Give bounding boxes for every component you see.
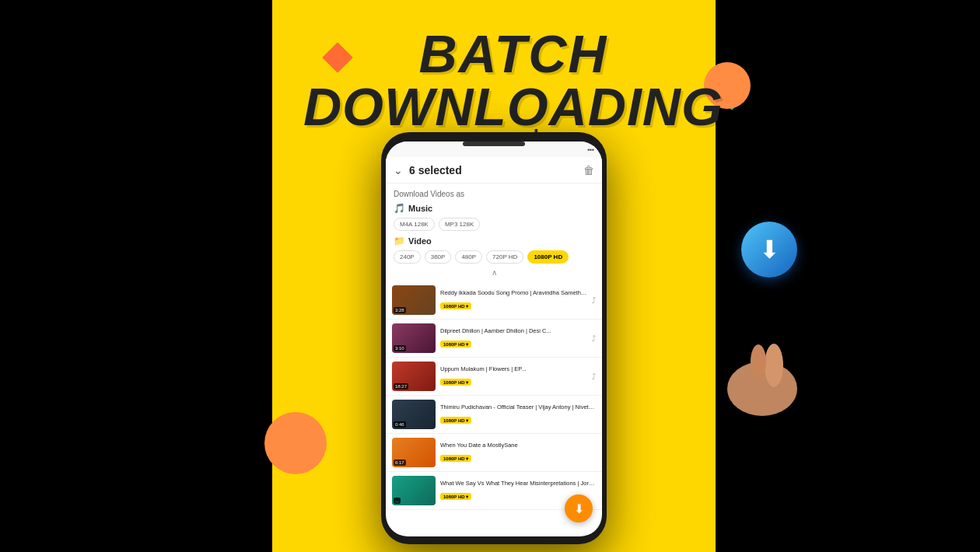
video-duration-6: ...: [394, 498, 401, 504]
video-duration-4: 0:46: [394, 421, 406, 428]
video-folder-icon: 📁: [394, 236, 405, 246]
scene: + BATCH DOWNLOADING ⬇ ▪▪▪ ⌄ 6 selec: [0, 0, 980, 552]
video-thumb-2: 3:10: [392, 323, 436, 353]
video-duration-5: 6:17: [394, 459, 406, 466]
download-fab-button[interactable]: ⬇: [565, 494, 593, 522]
battery-icon: ▪▪▪: [587, 146, 594, 153]
title-block: BATCH DOWNLOADING: [303, 27, 723, 133]
video-category-row: 📁 Video: [394, 236, 594, 246]
video-options: 240P 360P 480P 720P HD 1080P HD: [394, 250, 594, 264]
video-info-3: Uppum Mulakum | Flowers | EP... 1080P HD…: [440, 365, 587, 387]
quality-badge-4[interactable]: 1080P HD ▾: [440, 417, 471, 424]
quality-badge-5[interactable]: 1080P HD ▾: [440, 455, 471, 462]
video-title-2: Dilpreet Dhillon | Aamber Dhillon | Desi…: [440, 327, 587, 335]
video-thumb-3: 18:27: [392, 362, 436, 391]
music-icon: 🎵: [394, 203, 405, 214]
title-line2: DOWNLOADING: [303, 80, 723, 133]
top-bar: ⌄ 6 selected 🗑: [386, 157, 602, 183]
video-option-480p[interactable]: 480P: [455, 250, 482, 264]
video-label: Video: [408, 236, 432, 246]
video-option-720p[interactable]: 720P HD: [486, 250, 523, 264]
share-icon-2[interactable]: ⤴: [592, 334, 596, 343]
video-item-5: 6:17 When You Date a MostlySane 1080P HD…: [386, 434, 602, 472]
svg-point-1: [765, 344, 783, 387]
music-category-row: 🎵 Music: [394, 203, 594, 214]
collapse-arrow[interactable]: ∧: [394, 268, 594, 277]
quality-badge-1[interactable]: 1080P HD ▾: [440, 302, 471, 309]
video-option-360p[interactable]: 360P: [425, 250, 452, 264]
phone-body: ▪▪▪ ⌄ 6 selected 🗑 Download Videos as 🎵: [381, 132, 607, 544]
video-info-4: Thimiru Pudichavan - Official Teaser | V…: [440, 404, 596, 425]
phone-notch: [463, 141, 525, 146]
video-duration-3: 18:27: [394, 383, 408, 390]
video-item-4: 0:46 Thimiru Pudichavan - Official Tease…: [386, 396, 602, 434]
video-list: 3:28 Reddy Ikkada Soodu Song Promo | Ara…: [386, 281, 602, 510]
video-option-1080p[interactable]: 1080P HD: [527, 250, 569, 264]
download-section-title: Download Videos as: [394, 190, 594, 198]
video-option-240p[interactable]: 240P: [394, 250, 421, 264]
selected-count-label: 6 selected: [409, 164, 583, 176]
share-icon-3[interactable]: ⤴: [592, 372, 596, 381]
music-option-mp3[interactable]: MP3 128K: [439, 218, 480, 231]
quality-badge-3[interactable]: 1080P HD ▾: [440, 379, 471, 386]
music-label: Music: [408, 204, 432, 213]
download-section: Download Videos as 🎵 Music M4A 128K MP3 …: [386, 183, 602, 281]
hand-overlay: [716, 338, 809, 416]
video-title-4: Thimiru Pudichavan - Official Teaser | V…: [440, 404, 596, 411]
video-info-2: Dilpreet Dhillon | Aamber Dhillon | Desi…: [440, 327, 587, 349]
video-title-1: Reddy Ikkada Soodu Song Promo | Aravindh…: [440, 289, 587, 297]
video-duration-2: 3:10: [394, 345, 406, 351]
video-item-1: 3:28 Reddy Ikkada Soodu Song Promo | Ara…: [386, 281, 602, 320]
video-title-3: Uppum Mulakum | Flowers | EP...: [440, 365, 587, 373]
video-item-2: 3:10 Dilpreet Dhillon | Aamber Dhillon |…: [386, 320, 602, 358]
video-thumb-1: 3:28: [392, 285, 436, 315]
music-option-m4a[interactable]: M4A 128K: [394, 218, 435, 231]
video-info-5: When You Date a MostlySane 1080P HD ▾: [440, 442, 596, 463]
video-thumb-6: ...: [392, 476, 436, 505]
music-options: M4A 128K MP3 128K: [394, 218, 594, 231]
video-title-5: When You Date a MostlySane: [440, 442, 596, 449]
video-title-6: What We Say Vs What They Hear Misinterpr…: [440, 480, 596, 487]
trash-icon[interactable]: 🗑: [583, 164, 594, 176]
share-icon-1[interactable]: ⤴: [592, 296, 596, 305]
video-item-3: 18:27 Uppum Mulakum | Flowers | EP... 10…: [386, 358, 602, 396]
quality-badge-2[interactable]: 1080P HD ▾: [440, 341, 471, 348]
video-thumb-4: 0:46: [392, 400, 436, 429]
svg-point-2: [751, 344, 766, 379]
phone-mockup: ▪▪▪ ⌄ 6 selected 🗑 Download Videos as 🎵: [381, 132, 607, 544]
phone-screen: ▪▪▪ ⌄ 6 selected 🗑 Download Videos as 🎵: [386, 141, 602, 536]
big-download-button[interactable]: ⬇: [741, 222, 797, 278]
title-line1: BATCH: [303, 27, 723, 80]
quality-badge-6[interactable]: 1080P HD ▾: [440, 493, 471, 500]
blob-decoration-left: [264, 412, 327, 474]
video-thumb-5: 6:17: [392, 438, 436, 467]
chevron-icon[interactable]: ⌄: [394, 164, 403, 176]
video-info-1: Reddy Ikkada Soodu Song Promo | Aravindh…: [440, 289, 587, 311]
video-duration-1: 3:28: [394, 307, 406, 313]
